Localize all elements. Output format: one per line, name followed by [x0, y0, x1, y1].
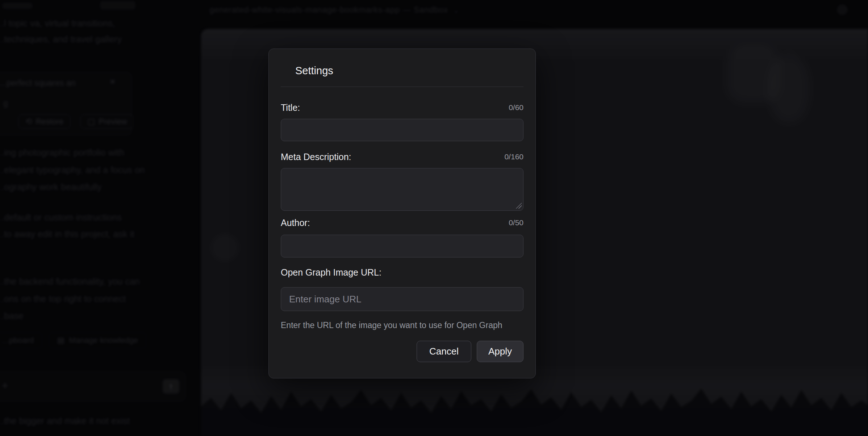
- og-image-helper-text: Enter the URL of the image you want to u…: [281, 320, 523, 330]
- author-label: Author:: [281, 218, 310, 228]
- author-counter: 0/50: [509, 218, 523, 227]
- meta-description-textarea[interactable]: [281, 168, 523, 211]
- settings-dialog: Settings Title: 0/60 Meta Description: 0…: [268, 49, 536, 378]
- title-label: Title:: [281, 102, 300, 113]
- app-screen: generated-white-visuals-manage-bookmarks…: [0, 0, 868, 436]
- title-input[interactable]: [281, 119, 523, 141]
- title-counter: 0/60: [509, 103, 523, 112]
- og-image-url-input[interactable]: [281, 287, 523, 311]
- cancel-button[interactable]: Cancel: [417, 341, 471, 362]
- meta-description-counter: 0/160: [504, 152, 523, 161]
- apply-button[interactable]: Apply: [477, 341, 523, 362]
- og-image-url-label: Open Graph Image URL:: [281, 267, 381, 278]
- dialog-title: Settings: [295, 63, 523, 78]
- author-input[interactable]: [281, 235, 523, 257]
- divider: [281, 87, 523, 87]
- meta-description-label: Meta Description:: [281, 152, 351, 162]
